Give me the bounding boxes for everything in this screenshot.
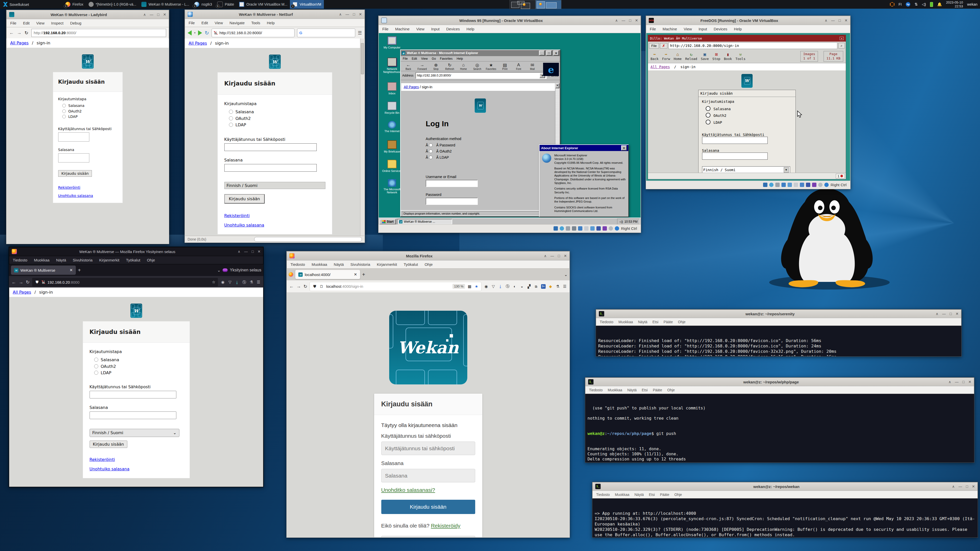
menu-item[interactable]: Tiedosto	[589, 388, 603, 392]
menu-item[interactable]: Tiedosto	[13, 258, 27, 262]
all-pages-link[interactable]: All Pages	[404, 85, 419, 89]
tray-app-icon[interactable]	[890, 2, 894, 6]
menu-item[interactable]: Tiedosto	[290, 262, 305, 267]
shade-button[interactable]: ∧	[952, 484, 955, 489]
taskbar-button-gimp[interactable]: *[Nimetön]-1.0 (RGB-vä...	[86, 0, 139, 9]
register-link[interactable]: Rekisteröidy	[431, 523, 460, 529]
close-button[interactable]: ✕	[845, 18, 848, 22]
ie-titlebar[interactable]: e WeKan ® Multiverse - Microsoft Interne…	[401, 50, 560, 56]
terminal-output[interactable]: (use "git push" to publish your local co…	[585, 394, 974, 462]
menu-item[interactable]: View	[36, 21, 45, 25]
bookmark-star-icon[interactable]: ★	[474, 284, 479, 289]
menu-item[interactable]: Muokkaa	[34, 258, 49, 262]
firefox-titlebar[interactable]: Mozilla Firefox ∧—□✕	[286, 251, 570, 260]
bookmark-star-icon[interactable]: ☆	[212, 280, 215, 284]
minimize-button[interactable]: —	[244, 249, 248, 254]
ie-toolbar-button[interactable]: →Forward	[415, 62, 429, 70]
download-icon[interactable]: ⭳	[235, 280, 239, 284]
close-button[interactable]: ✕	[553, 51, 559, 56]
terminal-titlebar[interactable]: $_ wekan@z: ~/repos/serenity ∧—□✕	[596, 310, 961, 318]
search-box[interactable]: G	[297, 29, 355, 37]
terminal-titlebar[interactable]: $_ wekan@z: ~/repos/wekan ∧—□✕	[592, 482, 978, 491]
menu-hamburger-icon[interactable]: ☰	[256, 280, 261, 284]
signin-button[interactable]: Kirjaudu sisään	[224, 194, 265, 203]
menu-item[interactable]: Näytä	[56, 258, 66, 262]
dark-reader-icon[interactable]: ◐	[512, 284, 517, 289]
menu-item[interactable]: Sivuhistoria	[73, 258, 93, 262]
menu-item[interactable]: Ohje	[147, 258, 155, 262]
clear-url-icon[interactable]: ✗	[660, 43, 667, 48]
battery-icon[interactable]	[930, 2, 933, 7]
radio-oauth2[interactable]	[706, 113, 711, 118]
shade-button[interactable]: ∧	[615, 18, 618, 22]
radio-password[interactable]	[429, 143, 433, 147]
shade-button[interactable]: ∧	[339, 12, 342, 16]
back-icon[interactable]: ←	[9, 30, 14, 35]
menu-item[interactable]: Pääte	[663, 320, 673, 324]
username-input[interactable]	[58, 132, 89, 141]
all-pages-link[interactable]: All Pages	[13, 290, 31, 295]
menu-item[interactable]: File	[403, 57, 407, 60]
password-input[interactable]	[89, 411, 177, 419]
ie-toolbar-button[interactable]: ▤Print	[498, 62, 511, 70]
minimize-button[interactable]: —	[550, 254, 554, 258]
menu-item[interactable]: Ohje	[675, 492, 682, 497]
about-dialog-titlebar[interactable]: About Internet Explorer ✕	[539, 145, 628, 151]
maximize-button[interactable]: □	[546, 51, 552, 56]
vertical-scrollbar[interactable]	[360, 38, 364, 236]
terminal-output[interactable]: ResourceLoader: Finished load of: "http:…	[596, 326, 961, 356]
privacy-badger-icon[interactable]: ◉	[484, 284, 488, 289]
radio-password[interactable]	[706, 106, 711, 111]
menu-item[interactable]: Help	[734, 27, 742, 31]
maximize-button[interactable]: □	[558, 254, 560, 258]
maximize-button[interactable]: □	[157, 13, 159, 17]
menu-item[interactable]: Go	[432, 57, 436, 60]
toolbar-button-back[interactable]: ⬅Back	[651, 52, 659, 61]
clock[interactable]: 2023-05-10 22:53	[946, 0, 963, 8]
close-button[interactable]: ✕	[163, 13, 166, 17]
ie-toolbar-button[interactable]: ◎Search	[471, 62, 484, 70]
all-pages-link[interactable]: All Pages	[189, 41, 207, 46]
shield-icon[interactable]: ⛊	[312, 284, 317, 289]
toolbar-button-stop[interactable]: ⊠Stop	[712, 52, 720, 61]
start-button[interactable]: Start	[380, 219, 396, 224]
tab-close-icon[interactable]: ✕	[69, 268, 73, 272]
protections-shield-icon[interactable]: ▽	[491, 284, 496, 289]
network-icon[interactable]: ⇅	[915, 2, 918, 6]
menu-item[interactable]: View	[684, 27, 692, 31]
menu-item[interactable]: View	[215, 21, 223, 25]
menu-hamburger-icon[interactable]: ☰	[358, 30, 362, 36]
minimize-button[interactable]: —	[959, 484, 962, 489]
menu-item[interactable]: Help	[457, 57, 463, 60]
menu-item[interactable]: Työkalut	[404, 262, 418, 267]
tab-close-icon[interactable]: ✕	[354, 272, 357, 277]
menu-item[interactable]: File	[382, 27, 388, 31]
highlighter-extension-icon[interactable]: ◆	[548, 284, 553, 289]
bug-meter[interactable]: 1	[836, 174, 845, 179]
menu-item[interactable]: Pääte	[660, 492, 670, 497]
minimize-button[interactable]: —	[345, 12, 349, 16]
all-pages-link[interactable]: All Pages	[651, 65, 670, 69]
close-button[interactable]: ✕	[258, 249, 261, 254]
menu-item[interactable]: Ohje	[667, 388, 675, 392]
minimize-button[interactable]: _	[539, 51, 545, 56]
menu-item[interactable]: Input	[698, 27, 707, 31]
reader-grid-icon[interactable]: ▦	[467, 284, 472, 289]
menu-item[interactable]: File	[189, 21, 195, 25]
menu-item[interactable]: View	[421, 57, 428, 60]
language-select[interactable]: Finnish / Suomi▼	[702, 166, 790, 173]
language-select[interactable]: Suomi ⌄	[381, 536, 475, 537]
password-input[interactable]	[702, 152, 768, 160]
taskbar-button-nsgtk3[interactable]: 2 nsgtk3	[192, 0, 215, 9]
menu-item[interactable]: Edit	[201, 21, 208, 25]
maximize-button[interactable]: □	[963, 380, 964, 384]
url-bar[interactable]: ⛊ 192.168.0.20:8000 ☆	[32, 278, 218, 286]
password-input[interactable]	[426, 198, 478, 205]
radio-oauth2[interactable]	[429, 149, 433, 153]
signin-button[interactable]: Kirjaudu sisään	[89, 441, 127, 448]
reload-icon[interactable]: ↻	[26, 279, 30, 285]
menu-item[interactable]: Tiedosto	[596, 492, 610, 497]
username-input[interactable]	[702, 137, 768, 144]
menu-item[interactable]: Machine	[662, 27, 677, 31]
hp-tray-icon[interactable]: hp	[906, 2, 910, 6]
